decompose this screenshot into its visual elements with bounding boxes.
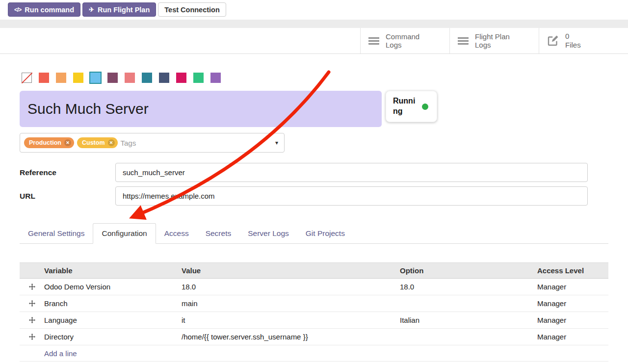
files-count-stack: 0 Files: [565, 32, 581, 50]
run-command-button[interactable]: </> Run command: [8, 2, 80, 17]
cell-option[interactable]: Italian: [400, 316, 537, 324]
table-row[interactable]: Directory /home/{{ tower.server.ssh_user…: [20, 329, 608, 345]
color-swatch[interactable]: [39, 73, 49, 83]
remove-tag-icon[interactable]: ✕: [64, 139, 71, 146]
server-name-input[interactable]: Such Much Server: [20, 91, 382, 127]
cell-value[interactable]: it: [182, 316, 400, 324]
url-field-row: URL: [20, 186, 608, 206]
cell-option[interactable]: 18.0: [400, 283, 537, 291]
test-connection-button[interactable]: Test Connection: [158, 2, 226, 17]
tab-general-settings[interactable]: General Settings: [20, 224, 93, 243]
page: </> Run command ✈ Run Flight Plan Test C…: [0, 0, 628, 362]
tab-configuration[interactable]: Configuration: [93, 223, 156, 244]
cell-access-level[interactable]: Manager: [537, 333, 608, 341]
code-icon: </>: [14, 6, 21, 13]
column-header-variable: Variable: [44, 266, 182, 275]
color-swatch[interactable]: [73, 73, 83, 83]
tags-input[interactable]: Production ✕ Custom ✕ Tags ▾: [20, 133, 285, 153]
table-row[interactable]: Odoo Demo Version 18.0 18.0 Manager: [20, 279, 608, 295]
files-count: 0: [565, 32, 581, 41]
status-indicator[interactable]: Running: [386, 91, 437, 122]
cell-access-level[interactable]: Manager: [537, 283, 608, 291]
cell-value[interactable]: 18.0: [182, 283, 400, 291]
cell-variable[interactable]: Directory: [44, 333, 182, 341]
tag-production[interactable]: Production ✕: [24, 137, 74, 148]
command-logs-label: Command Logs: [386, 32, 432, 50]
color-swatch[interactable]: [159, 73, 169, 83]
files-label: Files: [565, 41, 581, 50]
configuration-table: Variable Value Option Access Level Odoo …: [20, 262, 608, 362]
run-command-label: Run command: [25, 6, 74, 14]
color-swatch[interactable]: [107, 73, 118, 83]
tab-git-projects[interactable]: Git Projects: [297, 224, 353, 243]
url-input[interactable]: [115, 186, 588, 206]
form-content: Such Much Server Running Production ✕ Cu…: [0, 73, 628, 362]
url-label: URL: [20, 192, 115, 201]
color-palette: [20, 73, 608, 83]
color-swatch-none[interactable]: [22, 73, 32, 83]
column-header-value: Value: [182, 266, 400, 275]
paper-plane-icon: ✈: [89, 6, 94, 13]
run-flight-plan-button[interactable]: ✈ Run Flight Plan: [82, 2, 156, 17]
cell-access-level[interactable]: Manager: [537, 299, 608, 308]
color-swatch[interactable]: [210, 73, 221, 83]
files-button[interactable]: 0 Files: [539, 28, 628, 53]
cell-access-level[interactable]: Manager: [537, 316, 608, 324]
tab-access[interactable]: Access: [156, 224, 197, 243]
column-header-option: Option: [400, 266, 537, 275]
chevron-down-icon[interactable]: ▾: [275, 139, 278, 146]
separator-band: [0, 20, 628, 28]
flight-plan-logs-label: Flight Plan Logs: [475, 32, 522, 50]
list-icon: [458, 37, 469, 45]
reference-label: Reference: [20, 168, 115, 177]
statusbar: Command Logs Flight Plan Logs 0 Files: [0, 28, 628, 54]
cell-variable[interactable]: Odoo Demo Version: [44, 283, 182, 291]
command-logs-button[interactable]: Command Logs: [360, 28, 449, 53]
color-swatch[interactable]: [176, 73, 186, 83]
toolbar: </> Run command ✈ Run Flight Plan Test C…: [0, 0, 628, 17]
cell-variable[interactable]: Language: [44, 316, 182, 324]
color-swatch[interactable]: [56, 73, 66, 83]
color-swatch[interactable]: [193, 73, 204, 83]
notebook-tabs: General Settings Configuration Access Se…: [20, 223, 608, 244]
tag-label: Custom: [82, 139, 105, 146]
color-swatch[interactable]: [90, 73, 101, 83]
color-swatch[interactable]: [125, 73, 135, 83]
test-connection-label: Test Connection: [164, 6, 220, 14]
cell-variable[interactable]: Branch: [44, 299, 182, 308]
run-flight-plan-label: Run Flight Plan: [98, 6, 150, 14]
table-row[interactable]: Language it Italian Manager: [20, 312, 608, 329]
reference-input[interactable]: [115, 163, 588, 182]
drag-handle-icon[interactable]: [29, 300, 35, 307]
edit-icon: [547, 35, 559, 47]
drag-handle-icon[interactable]: [29, 284, 35, 290]
drag-handle-icon[interactable]: [29, 317, 35, 323]
title-row: Such Much Server Running: [20, 91, 608, 127]
table-header-row: Variable Value Option Access Level: [20, 262, 608, 279]
tab-secrets[interactable]: Secrets: [197, 224, 240, 243]
column-header-access-level: Access Level: [537, 266, 608, 275]
cell-value[interactable]: main: [182, 299, 400, 308]
drag-handle-icon[interactable]: [29, 334, 35, 340]
tags-placeholder: Tags: [121, 139, 136, 147]
status-dot-icon: [422, 104, 428, 110]
flight-plan-logs-button[interactable]: Flight Plan Logs: [449, 28, 539, 53]
add-line-row: Add a line: [20, 345, 608, 362]
add-a-line-link[interactable]: Add a line: [44, 349, 77, 358]
tab-server-logs[interactable]: Server Logs: [239, 224, 297, 243]
color-swatch[interactable]: [142, 73, 152, 83]
table-row[interactable]: Branch main Manager: [20, 295, 608, 312]
tag-label: Production: [29, 139, 61, 146]
tag-custom[interactable]: Custom ✕: [77, 137, 118, 148]
list-icon: [368, 37, 379, 45]
reference-field-row: Reference: [20, 163, 608, 182]
remove-tag-icon[interactable]: ✕: [108, 139, 115, 146]
status-label: Running: [393, 96, 419, 117]
cell-value[interactable]: /home/{{ tower.server.ssh_username }}: [182, 333, 400, 341]
